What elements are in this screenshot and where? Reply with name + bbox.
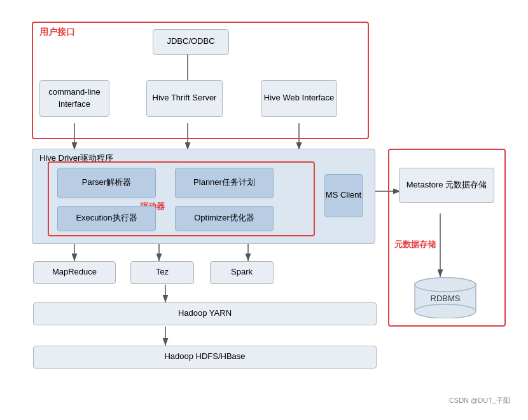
parser-box: Parser解析器: [57, 168, 156, 198]
hive-web-box: Hive Web Interface: [261, 80, 337, 117]
optimizer-box: Optimizer优化器: [175, 206, 274, 231]
cli-box: command-line interface: [39, 80, 109, 117]
metadata-store-label: 元数据存储: [394, 239, 436, 250]
jdbc-odbc-box: JDBC/ODBC: [153, 29, 229, 55]
svg-point-16: [415, 304, 476, 318]
metastore-box: Metastore 元数据存储: [399, 168, 494, 203]
rdbms-box: RDBMS: [413, 277, 477, 318]
hive-thrift-box: Hive Thrift Server: [146, 80, 223, 117]
execution-box: Execution执行器: [57, 206, 156, 231]
planner-box: Planner任务计划: [175, 168, 274, 198]
svg-point-17: [415, 278, 476, 292]
tez-box: Tez: [130, 261, 194, 284]
diagram-container: 用户接口 JDBC/ODBC command-line interface Hi…: [13, 10, 515, 410]
svg-text:RDBMS: RDBMS: [431, 294, 461, 303]
user-interface-label: 用户接口: [39, 27, 75, 38]
hadoop-hdfs-box: Hadoop HDFS/HBase: [33, 346, 377, 369]
watermark: CSDN @DUT_子阳: [449, 396, 510, 405]
mapreduce-box: MapReduce: [33, 261, 116, 284]
spark-box: Spark: [210, 261, 274, 284]
ms-client-box: MS Client: [324, 174, 363, 217]
hadoop-yarn-box: Hadoop YARN: [33, 302, 377, 325]
